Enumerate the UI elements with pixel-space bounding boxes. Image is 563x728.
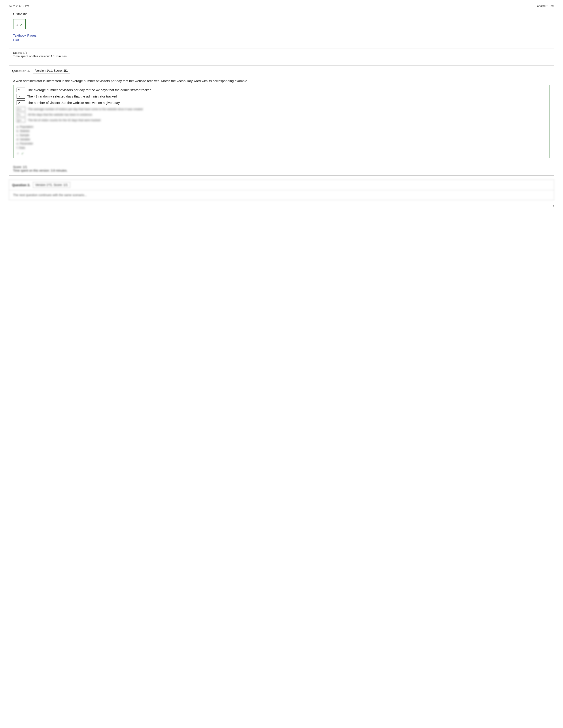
q2-blurred-row-3: g ▾ The list of visitor counts for the 4… [17, 118, 546, 122]
q2-prompt: A web administrator is interested in the… [13, 79, 550, 83]
q2-answer-box: b ▾ The average number of visitors per d… [13, 85, 550, 158]
textbook-pages-link[interactable]: Textbook Pages [13, 34, 550, 37]
q3-label: Question 3. [12, 183, 30, 187]
q2-blurred-row-2: f ▾ All the days that the website has be… [17, 112, 546, 117]
q2-answer-row-1: b ▾ The average number of visitors per d… [17, 88, 546, 92]
hint-link[interactable]: Hint [13, 38, 550, 42]
q2-score-section: Score: 1/1 Time spent on this version: 3… [9, 163, 554, 175]
q1-score: Score: 1/1 [13, 51, 550, 54]
q2-version-text: Version 1*/1. Score: [35, 69, 64, 72]
vocab-e: e. Parameter [17, 142, 546, 145]
q2-select-2[interactable]: c ▾ [17, 94, 25, 99]
q2-select-1[interactable]: b ▾ [17, 88, 25, 92]
vocab-c: c. Sample [17, 133, 546, 137]
page-header: 6/27/22, 6:10 PM Chapter 1 Test [9, 4, 554, 8]
q2-version-badge: Version 1*/1. Score: 1/1 [33, 68, 70, 73]
page-title: Chapter 1 Test [537, 4, 554, 8]
question-1-block: f. Statistic ♂ ✓ Textbook Pages Hint Sco… [9, 10, 554, 61]
q1-time: Time spent on this version: 1.1 minutes. [13, 54, 550, 58]
check-icon: ✓ [20, 23, 23, 27]
q2-score-bold: 1/1 [63, 69, 68, 72]
q1-body: f. Statistic ♂ ✓ [9, 10, 554, 31]
q2-select-3[interactable]: d ▾ [17, 100, 25, 105]
q2-label: Question 2. [12, 69, 30, 73]
q2-body: A web administrator is interested in the… [9, 76, 554, 163]
q2-header: Question 2. Version 1*/1. Score: 1/1 [9, 66, 554, 76]
q3-prompt: The next question continues with the sam… [13, 193, 87, 197]
q2-score: Score: 1/1 [13, 165, 550, 169]
q3-version-text: Version 1*/1. Score: 1/1 [35, 183, 68, 187]
q1-answer-box: ♂ ✓ [13, 19, 26, 29]
q2-vocab-list: a. Population b. Statistic c. Sample d. … [17, 125, 546, 149]
q2-answer-row-3: d ▾ The number of visitors that the webs… [17, 100, 546, 105]
question-3-block: Question 3. Version 1*/1. Score: 1/1 The… [9, 180, 554, 200]
question-2-block: Question 2. Version 1*/1. Score: 1/1 A w… [9, 65, 554, 176]
q1-score-section: Score: 1/1 Time spent on this version: 1… [9, 49, 554, 61]
vocab-a: a. Population [17, 125, 546, 128]
q3-version-badge: Version 1*/1. Score: 1/1 [33, 182, 70, 188]
vocab-f: f. Data [17, 146, 546, 149]
links-section: Textbook Pages Hint [9, 31, 554, 44]
q2-answer-text-2: The 42 randomly selected days that the a… [27, 94, 117, 98]
page-number: 2 [9, 204, 554, 209]
vocab-b: b. Statistic [17, 129, 546, 133]
q2-time: Time spent on this version: 3.8 minutes. [13, 169, 550, 172]
q1-answer-label: f. Statistic [13, 12, 550, 16]
male-icon: ♂ [16, 23, 19, 27]
timestamp: 6/27/22, 6:10 PM [9, 4, 29, 8]
q3-header: Question 3. Version 1*/1. Score: 1/1 [9, 180, 554, 190]
q3-body: The next question continues with the sam… [9, 190, 554, 200]
q2-answer-text-3: The number of visitors that the website … [27, 101, 120, 105]
q2-answer-text-1: The average number of visitors per day f… [27, 88, 151, 92]
q2-answer-row-2: c ▾ The 42 randomly selected days that t… [17, 94, 546, 99]
q2-blurred-row-1: e ▾ The average number of visitors per d… [17, 107, 546, 111]
q2-bottom-icon: ♂ ✓ [17, 152, 546, 156]
vocab-d: d. Variable [17, 138, 546, 141]
